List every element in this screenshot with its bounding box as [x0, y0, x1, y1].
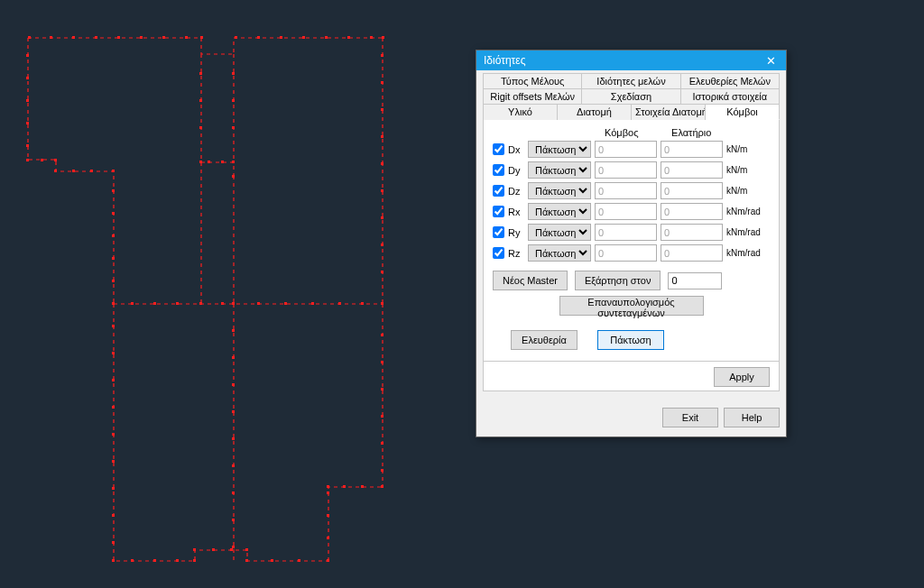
recalc-coords-button[interactable]: Επαναυπολογισμός συντεταγμένων [559, 296, 704, 316]
svg-rect-10 [257, 36, 260, 39]
tab-member-releases[interactable]: Ελευθερίες Μελών [681, 73, 780, 88]
svg-rect-32 [112, 257, 115, 260]
svg-rect-6 [162, 36, 165, 39]
dof-ry-unit: kNm/rad [726, 227, 770, 237]
svg-rect-47 [199, 126, 202, 129]
free-button[interactable]: Ελευθερία [511, 330, 578, 350]
dof-dz-node[interactable] [595, 182, 657, 199]
svg-rect-33 [112, 280, 115, 282]
dof-dx-spring[interactable] [661, 141, 723, 158]
svg-rect-3 [95, 36, 97, 39]
dof-ry-node[interactable] [595, 224, 657, 241]
svg-rect-85 [232, 356, 235, 359]
apply-button[interactable]: Apply [714, 367, 770, 387]
dof-dx-check[interactable] [493, 143, 504, 155]
svg-rect-110 [361, 485, 364, 488]
dof-dz-spring[interactable] [661, 182, 723, 199]
svg-rect-54 [208, 161, 210, 163]
depend-value-input[interactable] [668, 272, 722, 289]
svg-rect-39 [112, 433, 115, 436]
svg-rect-15 [370, 36, 373, 39]
dof-rz-label: Rz [508, 248, 524, 259]
dof-dx-node[interactable] [595, 141, 657, 158]
svg-rect-45 [199, 72, 202, 75]
dof-dx-label: Dx [508, 144, 524, 155]
tab-material[interactable]: Υλικό [483, 104, 558, 120]
dof-dx-mode[interactable]: Πάκτωση [528, 141, 591, 158]
svg-rect-57 [381, 81, 383, 84]
new-master-button[interactable]: Νέος Master [493, 271, 568, 290]
dof-ry-label: Ry [508, 227, 524, 238]
svg-rect-99 [230, 548, 233, 551]
dof-rz-spring[interactable] [661, 244, 723, 262]
tab-member-type[interactable]: Τύπος Μέλους [483, 73, 582, 88]
svg-rect-48 [199, 161, 202, 163]
svg-rect-83 [361, 302, 364, 305]
dof-rz-mode[interactable]: Πάκτωση [528, 244, 591, 262]
svg-rect-23 [41, 159, 43, 161]
svg-rect-40 [112, 460, 115, 463]
svg-rect-70 [381, 442, 383, 445]
svg-rect-11 [280, 36, 282, 39]
dof-rz-node[interactable] [595, 244, 657, 262]
tab-section-data[interactable]: Στοιχεία Διατομής [632, 104, 706, 120]
svg-rect-18 [26, 77, 29, 79]
svg-rect-100 [245, 548, 248, 551]
help-button[interactable]: Help [724, 408, 780, 427]
svg-rect-87 [232, 410, 235, 413]
svg-rect-55 [221, 161, 224, 163]
tab-drawing[interactable]: Σχεδίαση [582, 88, 680, 104]
close-icon[interactable]: ✕ [761, 52, 781, 69]
dof-dz-unit: kN/m [726, 186, 770, 196]
svg-rect-43 [112, 541, 115, 544]
dof-dx-unit: kN/m [726, 144, 770, 154]
exit-button[interactable]: Exit [662, 408, 718, 427]
dof-dy-spring[interactable] [661, 161, 723, 179]
tab-member-properties[interactable]: Ιδιότητες μελών [582, 73, 680, 88]
svg-rect-62 [381, 216, 383, 219]
dof-dz-label: Dz [508, 186, 524, 197]
dof-dy-node[interactable] [595, 161, 657, 179]
dof-row-ry: Ry Πάκτωση kNm/rad [493, 224, 770, 241]
svg-rect-66 [381, 334, 383, 336]
dof-ry-check[interactable] [493, 226, 504, 238]
dof-dy-unit: kN/m [726, 165, 770, 175]
dof-rx-node[interactable] [595, 203, 657, 220]
dof-dy-label: Dy [508, 165, 524, 176]
svg-rect-9 [235, 36, 237, 39]
dof-ry-spring[interactable] [661, 224, 723, 241]
svg-rect-34 [112, 302, 115, 305]
tab-rigid-offsets[interactable]: Rigit offsets Μελών [483, 88, 582, 104]
dof-ry-mode[interactable]: Πάκτωση [528, 224, 591, 241]
dof-row-dy: Dy Πάκτωση kN/m [493, 161, 770, 179]
fix-button[interactable]: Πάκτωση [597, 330, 664, 350]
svg-rect-109 [343, 485, 346, 488]
dof-rx-mode[interactable]: Πάκτωση [528, 203, 591, 220]
dof-rz-check[interactable] [493, 247, 504, 259]
tab-section[interactable]: Διατομή [558, 104, 632, 120]
svg-rect-94 [153, 559, 156, 562]
tab-nodes[interactable]: Κόμβοι [706, 104, 780, 120]
svg-rect-79 [257, 302, 260, 305]
svg-rect-93 [131, 559, 134, 562]
svg-rect-78 [232, 302, 235, 305]
column-spring: Ελατήριο [657, 127, 727, 138]
dof-rx-spring[interactable] [661, 203, 723, 220]
svg-rect-101 [245, 559, 248, 562]
svg-rect-30 [112, 212, 115, 215]
svg-rect-84 [232, 329, 235, 332]
dof-dy-mode[interactable]: Πάκτωση [528, 161, 591, 179]
dof-dy-check[interactable] [493, 164, 504, 176]
svg-rect-73 [131, 302, 134, 305]
dof-dz-check[interactable] [493, 185, 504, 197]
tab-history[interactable]: Ιστορικά στοιχεία [681, 88, 780, 104]
svg-rect-108 [327, 485, 329, 488]
depend-on-button[interactable]: Εξάρτηση στον [575, 271, 661, 290]
svg-rect-65 [381, 302, 383, 305]
svg-rect-98 [212, 548, 215, 551]
dof-rx-check[interactable] [493, 206, 504, 217]
dof-row-rz: Rz Πάκτωση kNm/rad [493, 244, 770, 262]
titlebar[interactable]: Ιδιότητες ✕ [476, 51, 786, 70]
dof-dz-mode[interactable]: Πάκτωση [528, 182, 591, 199]
svg-rect-106 [327, 514, 329, 517]
